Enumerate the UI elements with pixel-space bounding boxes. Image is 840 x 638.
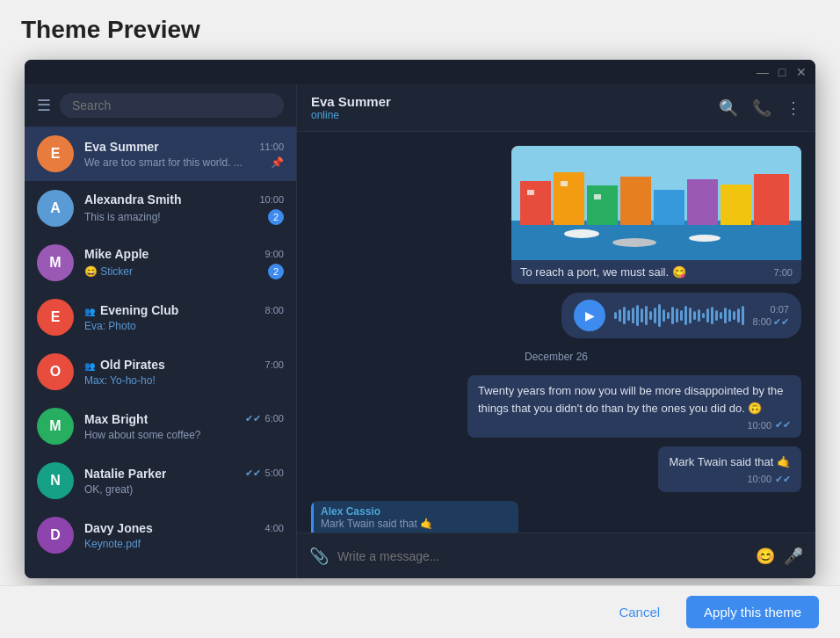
chat-preview: How about some coffee? [84,429,284,441]
chat-preview: This is amazing! [84,211,268,223]
svg-rect-7 [687,179,718,225]
chat-time: ✔✔ 6:00 [245,413,284,424]
chat-item[interactable]: M Max Bright ✔✔ 6:00 How about some coff… [25,399,296,453]
chat-info: 👥 Evening Club 8:00 Eva: Photo [84,303,284,332]
avatar: D [37,517,74,554]
group-icon: 👥 [84,307,95,316]
reply-bubble: Alex Cassio Mark Twain said that 🤙 We ar… [311,501,518,533]
maximize-button[interactable]: □ [777,67,787,77]
more-options-icon[interactable]: ⋮ [786,98,801,118]
chat-name: Natalie Parker [84,467,166,481]
attachment-icon[interactable]: 📎 [309,547,329,566]
message-image [511,146,801,260]
waveform [614,303,744,328]
chat-item[interactable]: E 👥 Evening Club 8:00 Eva: Photo [25,290,296,344]
read-receipt-icon: ✔✔ [775,474,791,485]
reply-quote: Alex Cassio Mark Twain said that 🤙 [311,501,518,533]
chat-name: Mike Apple [84,247,148,261]
svg-point-12 [689,235,721,242]
chat-name: 👥 Evening Club [84,303,178,317]
search-icon[interactable]: 🔍 [719,98,738,118]
chat-time: 8:00 [265,305,284,315]
chat-info: Davy Jones 4:00 Keynote.pdf [84,521,284,550]
reply-quoted-text: Mark Twain said that 🤙 [321,518,511,530]
image-caption: To reach a port, we must sail. 😋 7:00 [511,260,801,284]
header-icons: 🔍 📞 ⋮ [719,98,801,118]
group-icon: 👥 [84,361,95,371]
reply-author: Alex Cassio [321,505,511,518]
chat-main: Eva Summer online 🔍 📞 ⋮ [297,84,815,578]
chat-item[interactable]: N Natalie Parker ✔✔ 5:00 OK, great) [25,453,296,508]
avatar: A [37,190,74,227]
voice-icon[interactable]: 🎤 [784,547,803,566]
chat-info: Natalie Parker ✔✔ 5:00 OK, great) [84,467,284,496]
chat-time: 11:00 [259,141,284,152]
date-divider: December 26 [311,351,801,363]
chat-item[interactable]: O 👥 Old Pirates 7:00 Max: Yo-ho-ho! [25,344,296,399]
chat-header: Eva Summer online 🔍 📞 ⋮ [297,84,815,132]
bubble-time: 10:00 [747,420,771,431]
svg-rect-2 [520,181,551,225]
chat-name: Eva Summer [84,140,159,154]
menu-icon[interactable]: ☰ [37,96,51,115]
svg-point-11 [612,238,656,247]
chat-info: Max Bright ✔✔ 6:00 How about some coffee… [84,412,284,441]
read-receipt-icon: ✔✔ [775,419,791,431]
chat-item[interactable]: E Eva Summer 11:00 We are too smart for … [25,127,296,181]
svg-rect-3 [554,172,584,225]
emoji-icon[interactable]: 😊 [756,547,775,566]
chat-info: Eva Summer 11:00 We are too smart for th… [84,140,284,169]
audio-message: ▶ [561,293,801,338]
chat-item[interactable]: A Alexandra Smith 10:00 This is amazing!… [25,181,296,236]
read-receipt-icon: ✔✔ [773,316,789,328]
audio-send-time: 8:00 [753,316,771,327]
svg-rect-13 [527,190,534,195]
chat-name: Alexandra Smith [84,192,181,207]
unread-badge: 2 [268,209,284,225]
bubble-time: 10:00 [747,474,771,484]
cancel-button[interactable]: Cancel [605,598,674,627]
sidebar: ☰ E Eva Summer 11:00 We are too smart fo… [25,84,297,578]
caption-text: To reach a port, we must sail. 😋 [520,265,686,279]
chat-time: 9:00 [265,249,284,259]
chat-name: 👥 Old Pirates [84,358,165,372]
bubble-text: Twenty years from now you will be more d… [478,384,784,415]
page-title: Theme Preview [0,0,840,60]
chat-preview: Max: Yo-ho-ho! [84,374,284,387]
app-content: ☰ E Eva Summer 11:00 We are too smart fo… [25,84,815,578]
chat-time: ✔✔ 5:00 [245,468,284,479]
avatar: O [37,353,74,390]
apply-theme-button[interactable]: Apply this theme [686,596,819,628]
title-bar: — □ ✕ [25,60,815,84]
messages-area: To reach a port, we must sail. 😋 7:00 ▶ [297,132,815,533]
close-button[interactable]: ✕ [796,67,807,77]
minimize-button[interactable]: — [757,67,768,77]
play-icon: ▶ [585,308,595,323]
chat-info: Mike Apple 9:00 😄 Sticker 2 [84,247,284,279]
avatar: M [37,408,74,445]
svg-rect-5 [620,177,651,225]
svg-rect-9 [754,174,789,225]
svg-point-10 [564,229,599,238]
play-button[interactable]: ▶ [574,300,605,331]
bubble-footer: 10:00 ✔✔ [478,419,791,431]
svg-rect-6 [654,190,684,225]
audio-meta: 0:07 8:00 ✔✔ [753,304,789,328]
chat-item[interactable]: D Davy Jones 4:00 Keynote.pdf [25,508,296,562]
phone-icon[interactable]: 📞 [752,98,771,118]
app-window: — □ ✕ ☰ E Eva Summer 11:00 [25,60,815,578]
reply-message: Alex Cassio Mark Twain said that 🤙 We ar… [311,501,518,533]
bubble-text: Mark Twain said that 🤙 [669,455,791,468]
chat-preview: 😄 Sticker [84,265,268,278]
chat-preview: Keynote.pdf [84,538,284,550]
search-input[interactable] [60,93,284,118]
pin-icon: 📌 [271,156,284,169]
chat-info: 👥 Old Pirates 7:00 Max: Yo-ho-ho! [84,358,284,387]
message-input[interactable] [337,549,747,563]
chat-item[interactable]: M Mike Apple 9:00 😄 Sticker 2 [25,236,296,290]
bubble-footer: 10:00 ✔✔ [669,474,791,485]
avatar: E [37,299,74,336]
svg-rect-4 [587,185,618,225]
chat-preview: OK, great) [84,483,284,496]
chat-preview: We are too smart for this world. ... [84,156,267,169]
